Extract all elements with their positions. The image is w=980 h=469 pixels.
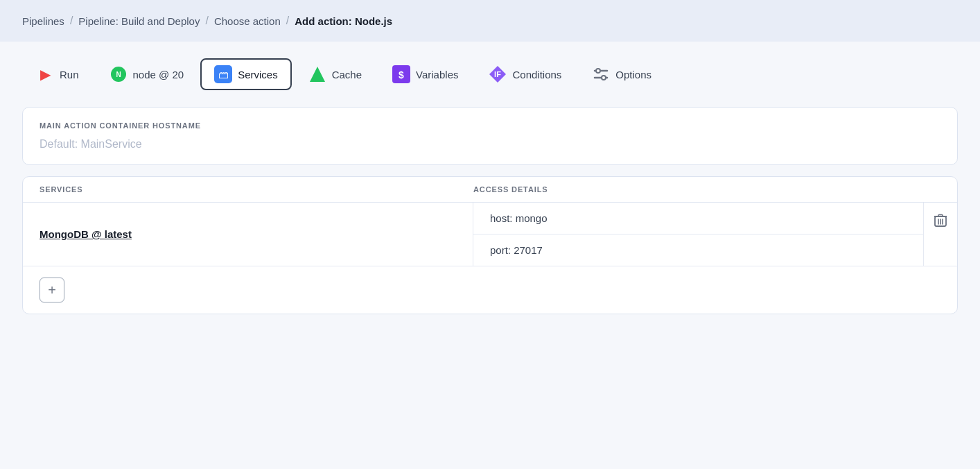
tab-variables-label: Variables [416, 69, 458, 80]
breadcrumb-bar: Pipelines / Pipeline: Build and Deploy /… [0, 0, 980, 42]
breadcrumb-build-deploy[interactable]: Pipeline: Build and Deploy [78, 15, 200, 27]
tab-run[interactable]: ▶ Run [22, 58, 93, 90]
breadcrumb-sep-2: / [205, 15, 208, 27]
tab-node[interactable]: N node @ 20 [96, 58, 198, 90]
tab-conditions-label: Conditions [512, 69, 561, 80]
cache-icon [308, 65, 326, 83]
services-table-header: SERVICES ACCESS DETAILS [23, 177, 957, 203]
tab-variables[interactable]: $ Variables [378, 58, 472, 90]
tabs-bar: ▶ Run N node @ 20 🗃 Services Cache [22, 58, 958, 90]
variables-icon: $ [392, 65, 410, 83]
breadcrumb-choose-action[interactable]: Choose action [214, 15, 281, 27]
add-service-area: + [23, 266, 957, 314]
svg-text:🗃: 🗃 [218, 69, 229, 80]
svg-text:$: $ [399, 69, 404, 80]
breadcrumb-sep-3: / [286, 15, 289, 27]
access-details-col: host: mongo port: 27017 [473, 203, 924, 266]
delete-service-button[interactable] [931, 212, 950, 232]
run-icon: ▶ [36, 65, 54, 83]
tab-services-label: Services [238, 69, 278, 80]
tab-services[interactable]: 🗃 Services [200, 58, 292, 90]
services-card: SERVICES ACCESS DETAILS MongoDB @ latest… [22, 176, 958, 314]
options-icon [592, 65, 610, 83]
svg-point-12 [602, 76, 606, 80]
breadcrumb-sep-1: / [70, 15, 73, 27]
svg-point-10 [596, 69, 600, 73]
svg-text:N: N [116, 71, 121, 78]
tab-node-label: node @ 20 [133, 69, 184, 80]
services-icon: 🗃 [214, 65, 232, 83]
tab-cache-label: Cache [332, 69, 362, 80]
service-name-link[interactable]: MongoDB @ latest [40, 228, 132, 240]
delete-cell [924, 203, 957, 266]
services-col-header: SERVICES [40, 185, 473, 194]
hostname-card: MAIN ACTION CONTAINER HOSTNAME Default: … [22, 107, 958, 165]
tab-options[interactable]: Options [578, 58, 665, 90]
access-port: port: 27017 [473, 235, 923, 266]
hostname-placeholder: Default: MainService [40, 138, 940, 151]
conditions-icon: IF [489, 65, 507, 83]
hostname-label: MAIN ACTION CONTAINER HOSTNAME [40, 121, 940, 130]
tab-conditions[interactable]: IF Conditions [475, 58, 575, 90]
table-row: MongoDB @ latest host: mongo port: 27017 [23, 203, 957, 266]
breadcrumb-current: Add action: Node.js [295, 15, 392, 27]
main-content: ▶ Run N node @ 20 🗃 Services Cache [0, 42, 980, 469]
tab-run-label: Run [60, 69, 79, 80]
access-host: host: mongo [473, 203, 923, 235]
svg-marker-4 [310, 67, 325, 82]
tab-options-label: Options [615, 69, 651, 80]
svg-text:IF: IF [495, 70, 502, 78]
service-name-cell: MongoDB @ latest [23, 203, 473, 266]
node-icon: N [110, 65, 128, 83]
access-details-col-header: ACCESS DETAILS [473, 185, 907, 194]
breadcrumb-pipelines[interactable]: Pipelines [22, 15, 64, 27]
add-service-button[interactable]: + [40, 278, 64, 302]
tab-cache[interactable]: Cache [295, 58, 376, 90]
